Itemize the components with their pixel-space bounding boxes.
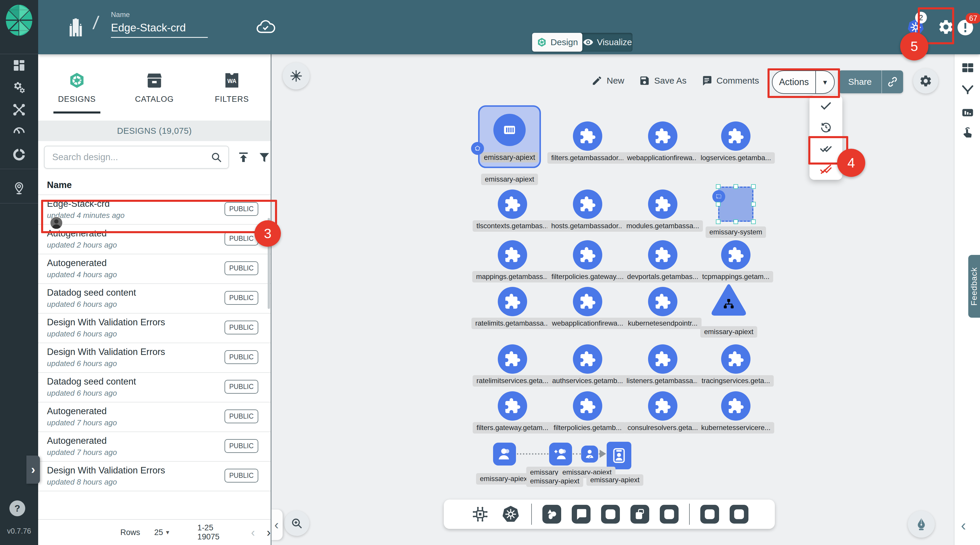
rows-per-page-select[interactable]: 25 ▾	[154, 528, 169, 537]
tool-pen-tool-icon[interactable]	[700, 505, 719, 524]
selection-handle[interactable]	[716, 184, 721, 189]
person-node[interactable]	[493, 443, 516, 466]
person-add-node[interactable]	[549, 443, 572, 466]
pagination-next-button[interactable]: ›	[267, 526, 270, 538]
design-list-row[interactable]: Autogeneratedupdated 7 hours agoPUBLIC	[38, 402, 270, 432]
component-node[interactable]	[648, 391, 678, 421]
idcard-node[interactable]	[607, 442, 631, 469]
rail-chart-icon[interactable]	[961, 106, 974, 119]
component-node[interactable]	[648, 344, 678, 374]
selection-handle[interactable]	[733, 184, 738, 189]
design-list-row[interactable]: Design With Validation Errorsupdated 6 h…	[38, 313, 270, 343]
person-edit-node[interactable]	[581, 446, 598, 462]
meshery-logo-icon[interactable]	[5, 4, 33, 37]
right-rail-collapse-icon[interactable]: ‹	[961, 518, 966, 533]
component-node[interactable]	[573, 287, 602, 316]
sidebar-item-dashboard-icon[interactable]	[10, 57, 28, 74]
sidebar-item-configuration-icon[interactable]	[10, 101, 28, 119]
selection-handle[interactable]	[751, 184, 756, 189]
component-node[interactable]	[721, 121, 751, 151]
pagination-prev-button[interactable]: ‹	[251, 526, 255, 538]
component-node[interactable]	[573, 391, 602, 421]
rail-merge-icon[interactable]	[961, 83, 974, 97]
job-triangle-node[interactable]	[710, 283, 747, 317]
selection-handle[interactable]	[751, 219, 756, 224]
visibility-badge[interactable]: PUBLIC	[224, 380, 258, 394]
tool-text-icon[interactable]	[601, 505, 620, 524]
design-canvas[interactable]: New Save As Comments Actions ▾ Share	[272, 54, 954, 545]
component-node[interactable]	[721, 240, 751, 270]
copy-link-icon[interactable]	[887, 76, 899, 88]
organization-icon[interactable]	[66, 17, 85, 38]
sidebar-item-lifecycle-icon[interactable]	[10, 79, 28, 96]
design-name-input[interactable]	[111, 21, 208, 38]
selected-workload-node[interactable]: emissary-apiext	[478, 105, 541, 168]
new-design-button[interactable]: New	[592, 75, 624, 86]
component-node[interactable]	[648, 240, 678, 270]
visibility-badge[interactable]: PUBLIC	[224, 350, 258, 364]
visibility-badge[interactable]: PUBLIC	[224, 232, 258, 246]
tool-kubernetes-icon[interactable]	[501, 504, 521, 524]
design-list-row[interactable]: Datadog seed contentupdated 6 hours agoP…	[38, 284, 270, 313]
visibility-badge[interactable]: PUBLIC	[224, 291, 258, 305]
selection-handle[interactable]	[716, 219, 721, 224]
design-list-row[interactable]: Design With Validation Errorsupdated 8 h…	[38, 462, 270, 491]
component-node[interactable]	[573, 344, 602, 374]
import-design-icon[interactable]	[237, 151, 250, 164]
component-node[interactable]	[648, 287, 678, 316]
component-node[interactable]	[721, 391, 751, 421]
design-list-row[interactable]: Autogeneratedupdated 7 hours agoPUBLIC	[38, 432, 270, 462]
tab-visualize[interactable]: Visualize	[582, 33, 633, 52]
visibility-badge[interactable]: PUBLIC	[224, 261, 258, 275]
component-node[interactable]	[721, 344, 751, 374]
save-as-button[interactable]: Save As	[639, 75, 687, 86]
component-node[interactable]	[498, 287, 527, 316]
comments-button[interactable]: Comments	[701, 75, 759, 86]
sidebar-item-pin-icon[interactable]	[10, 180, 28, 197]
tool-components-icon[interactable]	[470, 504, 490, 524]
tab-design[interactable]: Design	[532, 33, 582, 52]
component-node[interactable]	[498, 391, 527, 421]
share-split-button[interactable]: Share	[838, 70, 903, 93]
tool-relationship-icon[interactable]	[660, 505, 679, 524]
tab-filters[interactable]: WA FILTERS	[193, 54, 270, 121]
selection-handle[interactable]	[716, 202, 721, 207]
component-node[interactable]	[648, 189, 678, 219]
help-button[interactable]: ?	[10, 501, 25, 516]
menu-item-dry-run[interactable]	[810, 116, 842, 138]
rail-panels-icon[interactable]	[961, 61, 974, 75]
rail-touch-icon[interactable]	[961, 127, 974, 140]
component-node[interactable]	[573, 189, 602, 219]
sidebar-item-extensions-icon[interactable]	[10, 146, 28, 164]
visibility-badge[interactable]: PUBLIC	[224, 469, 258, 483]
visibility-badge[interactable]: PUBLIC	[224, 439, 258, 453]
tool-note-icon[interactable]	[630, 505, 649, 524]
component-node[interactable]	[498, 189, 527, 219]
sidebar-item-performance-icon[interactable]	[10, 122, 28, 140]
tool-sketch-icon[interactable]	[730, 505, 748, 524]
namespace-port-icon[interactable]	[712, 190, 725, 203]
filter-funnel-icon[interactable]	[258, 151, 270, 164]
tool-shapes-icon[interactable]	[542, 505, 561, 524]
tool-comment-icon[interactable]	[572, 505, 590, 524]
workload-port-icon[interactable]	[471, 142, 484, 155]
sidebar-expand-handle[interactable]: ›	[26, 456, 40, 484]
component-node[interactable]	[498, 240, 527, 270]
design-list-row[interactable]: Autogeneratedupdated 4 hours agoPUBLIC	[38, 254, 270, 284]
tab-catalog[interactable]: CATALOG	[116, 54, 193, 121]
search-design-input[interactable]	[52, 152, 210, 163]
selection-handle[interactable]	[733, 219, 738, 224]
component-node[interactable]	[573, 240, 602, 270]
component-node[interactable]	[498, 344, 527, 374]
feedback-tab[interactable]: Feedback	[968, 255, 980, 318]
visibility-badge[interactable]: PUBLIC	[224, 410, 258, 423]
component-node[interactable]	[648, 121, 678, 151]
design-list-row[interactable]: Design With Validation Errorsupdated 6 h…	[38, 343, 270, 373]
component-node[interactable]	[573, 121, 602, 151]
panel-collapse-handle[interactable]: ‹	[270, 510, 283, 540]
design-list-row[interactable]: Datadog seed contentupdated 6 hours agoP…	[38, 373, 270, 402]
visibility-badge[interactable]: PUBLIC	[224, 321, 258, 334]
tab-designs[interactable]: DESIGNS	[38, 54, 116, 121]
menu-item-validate-check[interactable]	[810, 95, 842, 116]
selection-handle[interactable]	[751, 202, 756, 207]
